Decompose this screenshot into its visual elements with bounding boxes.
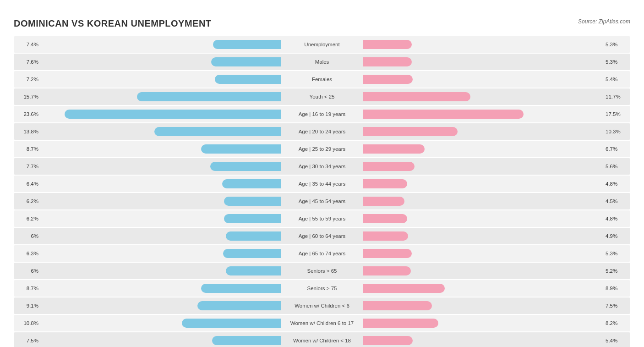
left-bar-half [41,247,281,260]
row-label: Seniors > 75 [281,286,363,291]
left-bar-half [41,143,281,155]
korean-value: 4.8% [603,216,630,221]
table-row: 8.7% Seniors > 75 8.9% [14,280,630,297]
dominican-value: 10.8% [14,320,41,326]
left-bar-half [41,125,281,138]
row-label: Women w/ Children 6 to 17 [281,320,363,326]
table-row: 7.4% Unemployment 5.3% [14,36,630,53]
table-row: 6% Seniors > 65 5.2% [14,263,630,279]
table-row: 7.7% Age | 30 to 34 years 5.6% [14,158,630,175]
table-row: 6.2% Age | 45 to 54 years 4.5% [14,193,630,209]
left-bar-half [41,299,281,312]
dominican-value: 8.7% [14,146,41,152]
row-label: Age | 45 to 54 years [281,198,363,204]
table-row: 13.8% Age | 20 to 24 years 10.3% [14,123,630,140]
row-label: Age | 25 to 29 years [281,146,363,152]
left-bar-half [41,55,281,68]
dominican-value: 6% [14,268,41,274]
dominican-bar [222,179,281,188]
korean-bar [363,336,413,345]
korean-value: 5.3% [603,251,630,256]
dominican-bar [154,127,281,136]
right-bar-half [363,282,603,295]
korean-bar [363,127,458,136]
table-row: 10.8% Women w/ Children 6 to 17 8.2% [14,315,630,331]
korean-bar [363,179,407,188]
korean-bar [363,301,432,310]
korean-value: 17.5% [603,111,630,117]
korean-bar [363,57,412,66]
dominican-bar [226,266,281,275]
dominican-value: 6.3% [14,251,41,256]
left-bar-half [41,282,281,295]
right-bar-half [363,143,603,155]
table-row: 6% Age | 60 to 64 years 4.9% [14,228,630,244]
left-bar-half [41,160,281,173]
dominican-value: 15.7% [14,94,41,99]
chart-source: Source: ZipAtlas.com [578,18,630,25]
row-label: Youth < 25 [281,94,363,99]
korean-bar [363,197,404,206]
dominican-bar [201,144,281,154]
row-label: Unemployment [281,42,363,47]
table-row: 23.6% Age | 16 to 19 years 17.5% [14,106,630,122]
right-bar-half [363,108,603,121]
dominican-bar [137,92,281,101]
table-row: 6.3% Age | 65 to 74 years 5.3% [14,245,630,262]
korean-bar [363,214,407,223]
chart-container: DOMINICAN VS KOREAN UNEMPLOYMENT Source:… [9,9,635,347]
right-bar-half [363,299,603,312]
row-label: Seniors > 65 [281,268,363,274]
korean-value: 11.7% [603,94,630,99]
left-bar-half [41,230,281,242]
right-bar-half [363,247,603,260]
korean-value: 6.7% [603,146,630,152]
row-label: Age | 55 to 59 years [281,216,363,221]
korean-value: 4.8% [603,181,630,187]
dominican-bar [182,319,281,328]
left-bar-half [41,177,281,190]
row-label: Age | 30 to 34 years [281,164,363,169]
dominican-bar [224,214,281,223]
korean-value: 4.5% [603,198,630,204]
dominican-bar [212,336,281,345]
table-row: 6.4% Age | 35 to 44 years 4.8% [14,176,630,192]
dominican-bar [224,197,281,206]
korean-value: 8.2% [603,320,630,326]
korean-value: 5.4% [603,77,630,82]
left-bar-half [41,90,281,103]
dominican-bar [197,301,281,310]
korean-bar [363,75,413,84]
korean-bar [363,162,415,171]
korean-bar [363,266,411,275]
right-bar-half [363,73,603,86]
table-row: 8.7% Age | 25 to 29 years 6.7% [14,141,630,157]
dominican-value: 8.7% [14,286,41,291]
korean-value: 5.4% [603,338,630,343]
left-bar-half [41,264,281,277]
row-label: Males [281,59,363,65]
dominican-bar [201,284,281,293]
left-bar-half [41,73,281,86]
right-bar-half [363,195,603,208]
row-label: Women w/ Children < 18 [281,338,363,343]
chart-rows: 7.4% Unemployment 5.3% 7.6% Males 5.3% 7… [14,36,630,347]
table-row: 7.5% Women w/ Children < 18 5.4% [14,332,630,347]
left-bar-half [41,195,281,208]
korean-value: 4.9% [603,233,630,239]
left-bar-half [41,38,281,51]
dominican-value: 6.2% [14,198,41,204]
left-bar-half [41,317,281,330]
table-row: 9.1% Women w/ Children < 6 7.5% [14,297,630,314]
dominican-value: 23.6% [14,111,41,117]
chart-title: DOMINICAN VS KOREAN UNEMPLOYMENT [14,18,212,29]
right-bar-half [363,177,603,190]
row-label: Women w/ Children < 6 [281,303,363,308]
dominican-bar [213,40,281,49]
dominican-bar [226,231,281,241]
row-label: Females [281,77,363,82]
right-bar-half [363,317,603,330]
right-bar-half [363,55,603,68]
right-bar-half [363,38,603,51]
dominican-value: 7.2% [14,77,41,82]
